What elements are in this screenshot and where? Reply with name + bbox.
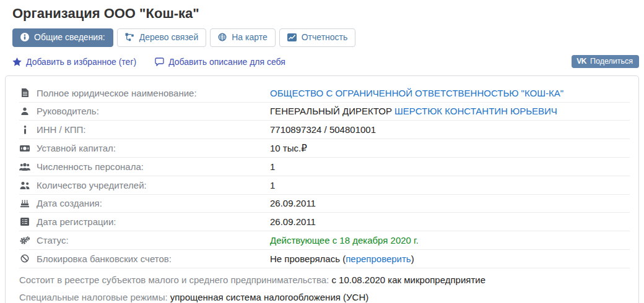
- tab-bar: Общие сведения: Дерево связей На карте О…: [12, 28, 644, 47]
- chart-icon: [287, 33, 297, 41]
- summary-block: Состоит в реестре субъектов малого и сре…: [19, 275, 630, 303]
- info-circle-icon: [20, 33, 29, 41]
- table-row-inn-kpp: ИНН / КПП: 7710897324 / 504801001: [19, 121, 630, 139]
- smb-registry-label: Состоит в реестре субъектов малого и сре…: [19, 275, 331, 285]
- user-icon: [19, 107, 30, 116]
- tax-regime-line: Специальные налоговые режимы: упрощенная…: [19, 292, 630, 303]
- row-label: Дата создания:: [37, 198, 102, 208]
- comment-icon: [155, 58, 164, 66]
- actions-row: Добавить в избранное (тег) Добавить опис…: [12, 54, 639, 70]
- row-value: ГЕНЕРАЛЬНЫЙ ДИРЕКТОР ШЕРСТЮК КОНСТАНТИН …: [270, 106, 557, 116]
- star-icon: [12, 58, 22, 66]
- row-label: Дата регистрации:: [37, 216, 116, 227]
- money-icon: [19, 145, 30, 152]
- tax-regime-label: Специальные налоговые режимы:: [19, 292, 170, 302]
- add-favorite-label: Добавить в избранное (тег): [26, 57, 136, 67]
- table-row-full-name: Полное юридическое наименование: ОБЩЕСТВ…: [19, 84, 630, 103]
- row-value: 1: [270, 161, 275, 172]
- row-value: 26.09.2011: [270, 216, 316, 227]
- status-value: Действующее с 18 декабря 2020 г.: [270, 235, 419, 245]
- tab-label: Отчетность: [302, 32, 348, 43]
- director-link[interactable]: ШЕРСТЮК КОНСТАНТИН ЮРЬЕВИЧ: [394, 106, 557, 116]
- ban-icon: [19, 254, 30, 263]
- row-label: Уставной капитал:: [37, 143, 116, 153]
- row-label: Руководитель:: [37, 106, 99, 116]
- tab-label: На карте: [232, 32, 268, 43]
- table-row-capital: Уставной капитал: 10 тыс.₽: [19, 139, 630, 158]
- list-icon: [19, 218, 30, 226]
- table-row-registration-date: Дата регистрации: 26.09.2011: [19, 213, 630, 231]
- founders-icon: [19, 181, 30, 189]
- info-icon: [19, 126, 30, 134]
- row-value: 10 тыс.₽: [270, 143, 307, 154]
- vk-icon: VK: [577, 57, 586, 66]
- row-value: 1: [270, 180, 275, 190]
- vk-share-button[interactable]: VKПоделиться: [572, 55, 639, 68]
- tax-regime-value: упрощенная система налогообложения (УСН): [170, 292, 369, 302]
- vk-share-label: Поделиться: [590, 57, 633, 66]
- add-description-label: Добавить описание для себя: [168, 57, 285, 67]
- page-title: Организация ООО "Кош-ка": [12, 6, 644, 22]
- row-label: Блокировка банковских счетов:: [37, 254, 172, 264]
- smb-registry-value: с 10.08.2020 как микропредприятие: [331, 275, 485, 285]
- tab-general-info[interactable]: Общие сведения:: [12, 28, 113, 47]
- cogs-icon: [19, 236, 30, 245]
- table-row-founders-count: Количество учредителей: 1: [19, 176, 630, 195]
- row-label: Полное юридическое наименование:: [37, 88, 197, 98]
- tab-reports[interactable]: Отчетность: [279, 28, 356, 47]
- row-label: Статус:: [37, 235, 69, 245]
- company-details-panel: Полное юридическое наименование: ОБЩЕСТВ…: [5, 75, 639, 303]
- table-row-creation-date: Дата создания: 26.09.2011: [19, 195, 630, 213]
- row-value: 7710897324 / 504801001: [270, 124, 376, 135]
- tab-relations-tree[interactable]: Дерево связей: [117, 28, 207, 47]
- tree-icon: [125, 33, 134, 41]
- row-value: ОБЩЕСТВО С ОГРАНИЧЕННОЙ ОТВЕТСТВЕННОСТЬЮ…: [270, 88, 564, 98]
- tab-label: Общие сведения:: [34, 32, 105, 43]
- cake-icon: [19, 199, 30, 208]
- globe-icon: [218, 33, 227, 41]
- table-row-director: Руководитель: ГЕНЕРАЛЬНЫЙ ДИРЕКТОР ШЕРСТ…: [19, 103, 630, 121]
- table-row-staff-count: Численность персонала: 1: [19, 158, 630, 176]
- row-label: ИНН / КПП:: [37, 124, 85, 135]
- users-icon: [19, 163, 30, 171]
- row-value: Не проверялась (перепроверить): [270, 254, 414, 264]
- recheck-link[interactable]: перепроверить: [346, 254, 411, 264]
- company-name-link[interactable]: ОБЩЕСТВО С ОГРАНИЧЕННОЙ ОТВЕТСТВЕННОСТЬЮ…: [270, 88, 564, 98]
- tab-label: Дерево связей: [139, 32, 199, 43]
- add-favorite-link[interactable]: Добавить в избранное (тег): [12, 57, 136, 67]
- add-description-link[interactable]: Добавить описание для себя: [155, 57, 285, 67]
- table-row-status: Статус: Действующее с 18 декабря 2020 г.: [19, 231, 630, 250]
- tab-on-map[interactable]: На карте: [210, 28, 276, 47]
- smb-registry-line: Состоит в реестре субъектов малого и сре…: [19, 275, 630, 286]
- row-value: 26.09.2011: [270, 198, 316, 208]
- row-label: Численность персонала:: [37, 161, 144, 172]
- file-icon: [19, 88, 30, 97]
- table-row-bank-block: Блокировка банковских счетов: Не проверя…: [19, 250, 630, 268]
- row-label: Количество учредителей:: [37, 180, 147, 190]
